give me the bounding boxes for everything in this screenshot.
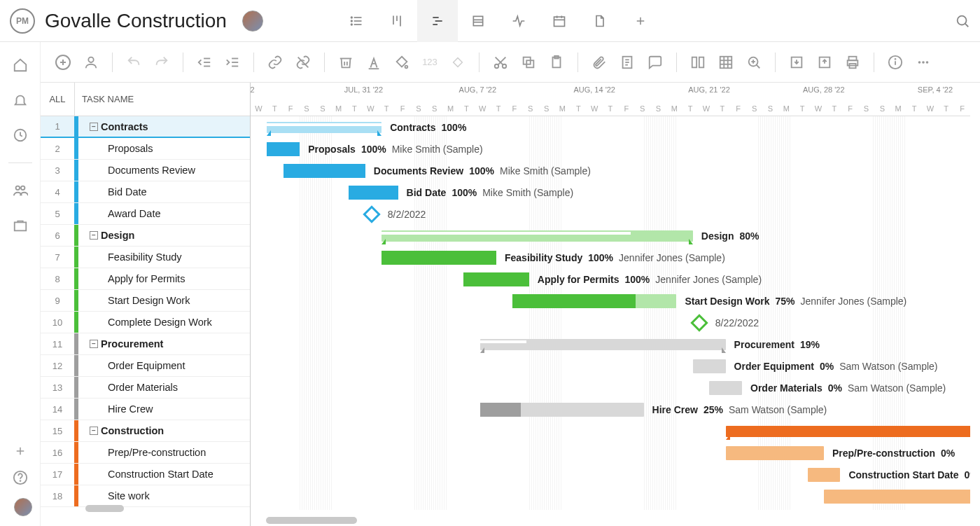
timeline-day-label: T [346,104,363,113]
collapse-icon[interactable]: − [90,427,98,435]
task-row[interactable]: 8 Apply for Permits [41,268,250,290]
view-board-icon[interactable] [377,0,417,42]
task-row[interactable]: 18 Site work [41,485,250,507]
task-index: 3 [41,165,74,176]
task-row[interactable]: 7 Feasibility Study [41,247,250,268]
task-row[interactable]: 12 Order Equipment [41,355,250,377]
recent-icon[interactable] [13,127,28,143]
view-sheet-icon[interactable] [458,0,498,42]
print-icon[interactable] [841,51,864,74]
team-icon[interactable] [13,183,28,198]
task-row[interactable]: 9 Start Design Work [41,290,250,312]
collapse-icon[interactable]: − [90,123,98,131]
export-icon[interactable] [813,51,836,74]
gantt-summary-bar[interactable] [382,230,693,242]
comment-icon[interactable] [644,51,666,74]
notes-icon[interactable] [616,51,638,74]
link-icon[interactable] [264,51,286,74]
gantt-task-bar[interactable] [709,381,742,395]
import-icon[interactable] [785,51,808,74]
task-row[interactable]: 14 Hire Crew [41,399,250,420]
portfolio-icon[interactable] [13,218,28,233]
copy-icon[interactable] [517,51,540,74]
view-list-icon[interactable] [336,0,377,42]
gantt-bar-label: Proposals 100% Mike Smith (Sample) [308,144,482,155]
fill-color-icon[interactable] [391,51,413,74]
gantt-task-bar[interactable] [480,403,644,417]
more-icon[interactable] [912,51,934,74]
header-task-name[interactable]: TASK NAME [74,83,134,116]
task-row[interactable]: 13 Order Materials [41,377,250,399]
gantt-task-bar[interactable] [267,142,300,156]
task-row[interactable]: 1 −Contracts [41,116,250,138]
gantt-summary-bar[interactable] [480,339,726,350]
view-calendar-icon[interactable] [539,0,580,42]
hscroll-gantt[interactable] [266,517,357,524]
assign-icon[interactable] [80,51,102,74]
task-row[interactable]: 6 −Design [41,225,250,247]
help-icon[interactable] [13,470,28,485]
task-row[interactable]: 5 Award Date [41,203,250,225]
gantt-summary-bar[interactable] [267,122,382,133]
timeline-day-label: M [890,104,906,113]
outdent-icon[interactable] [193,51,216,74]
attachment-icon[interactable] [588,51,610,74]
gantt-task-bar[interactable] [693,359,726,373]
task-row[interactable]: 3 Documents Review [41,160,250,181]
home-icon[interactable] [13,57,28,73]
gantt-summary-bar[interactable] [726,426,980,437]
paste-icon[interactable] [545,51,568,74]
task-row[interactable]: 2 Proposals [41,138,250,160]
view-file-icon[interactable] [580,0,620,42]
view-gantt-icon[interactable] [417,0,458,42]
add-task-icon[interactable] [52,51,74,74]
task-row[interactable]: 4 Bid Date [41,181,250,203]
app-logo[interactable]: PM [10,8,35,34]
view-add-icon[interactable] [620,0,661,42]
add-icon[interactable] [14,445,27,457]
undo-icon[interactable] [122,51,145,74]
zoom-icon[interactable] [743,51,765,74]
user-avatar[interactable] [14,498,32,516]
gantt-task-bar[interactable] [824,490,980,504]
task-row[interactable]: 17 Construction Start Date [41,464,250,485]
gantt-task-bar[interactable] [382,251,496,265]
task-row[interactable]: 15 −Construction [41,420,250,442]
task-name-cell: Complete Design Work [78,317,212,328]
percent-icon[interactable]: 123 [419,51,441,74]
milestone-icon[interactable] [447,51,469,74]
task-row[interactable]: 16 Prep/Pre-construction [41,442,250,464]
gantt-task-bar[interactable] [463,272,529,286]
unlink-icon[interactable] [292,51,314,74]
task-index: 12 [41,361,74,371]
cut-icon[interactable] [489,51,512,74]
indent-icon[interactable] [221,51,244,74]
gantt-milestone[interactable] [363,205,380,223]
gantt-task-bar[interactable] [808,468,841,482]
gantt-task-bar[interactable] [726,446,824,460]
header-all[interactable]: ALL [41,94,74,104]
timeline-day-label: T [794,104,811,113]
view-activity-icon[interactable] [498,0,539,42]
gantt-task-bar[interactable] [512,294,676,308]
notifications-icon[interactable] [13,92,28,108]
gantt-task-bar[interactable] [349,186,398,200]
svg-point-74 [918,61,921,64]
task-row[interactable]: 11 −Procurement [41,333,250,355]
collapse-icon[interactable]: − [90,231,98,240]
gantt-chart[interactable]: , 24 '22JUL, 31 '22AUG, 7 '22AUG, 14 '22… [251,83,980,526]
columns-icon[interactable] [687,51,709,74]
gantt-milestone[interactable] [690,314,708,331]
grid-icon[interactable] [715,51,737,74]
collapse-icon[interactable]: − [90,340,98,348]
search-icon[interactable] [955,13,970,29]
info-icon[interactable] [884,51,906,74]
project-avatar[interactable] [242,11,263,32]
hscroll-tasklist[interactable] [85,505,124,512]
gantt-task-bar[interactable] [284,164,365,178]
text-color-icon[interactable] [363,51,385,74]
delete-icon[interactable] [335,51,357,74]
redo-icon[interactable] [150,51,173,74]
task-row[interactable]: 10 Complete Design Work [41,312,250,333]
vscroll-gantt[interactable] [970,119,977,343]
